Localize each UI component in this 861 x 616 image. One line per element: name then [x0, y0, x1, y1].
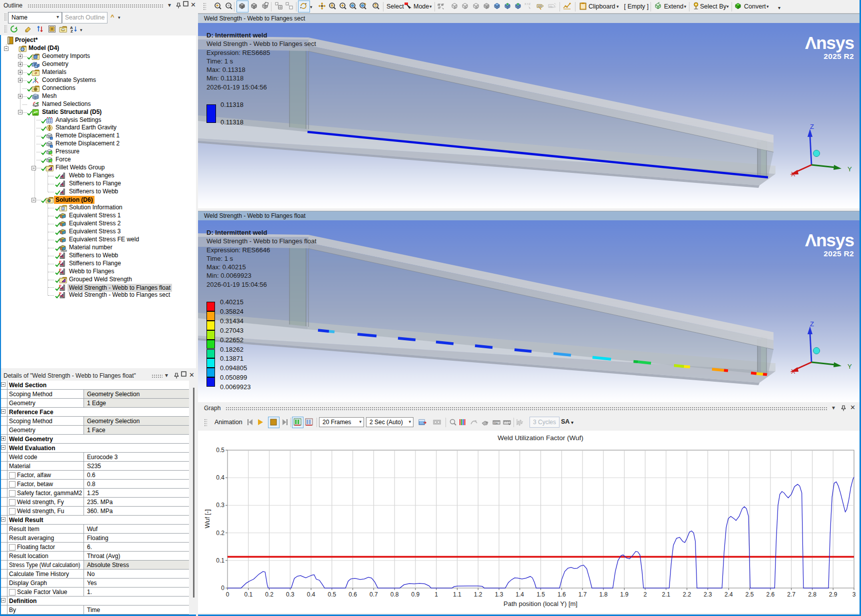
svg-text:Cm: Cm [494, 422, 498, 425]
svg-text:F: F [59, 284, 62, 288]
svg-text:F: F [59, 268, 62, 272]
svg-text:F: F [59, 260, 62, 264]
svg-text:F: F [59, 291, 62, 296]
svg-text:i: i [62, 207, 64, 210]
svg-text:100: 100 [538, 4, 542, 7]
svg-text:Z: Z [810, 320, 814, 328]
svg-text:Z: Z [70, 29, 73, 33]
svg-text:X: X [791, 368, 796, 375]
svg-text:Z: Z [810, 123, 814, 130]
svg-text:X.Y.Z: X.Y.Z [524, 2, 530, 5]
svg-text:X: X [791, 170, 796, 178]
svg-text:Y: Y [848, 363, 852, 370]
svg-text:F: F [59, 252, 62, 256]
svg-text:Y: Y [848, 165, 852, 173]
svg-text:Ab: Ab [549, 5, 553, 8]
